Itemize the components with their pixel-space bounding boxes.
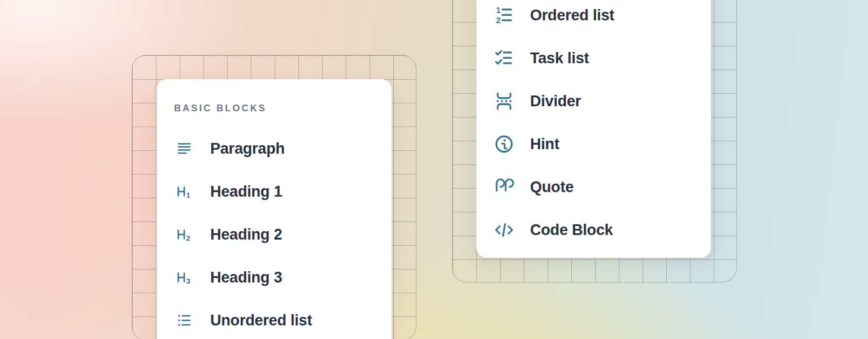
paragraph-icon (172, 140, 197, 158)
svg-text:1: 1 (496, 6, 501, 15)
menu-item-task-list[interactable]: Task list (476, 37, 711, 80)
blocks-menu-panel-continued: 12 Ordered list Task list Divider Hint Q… (476, 0, 711, 258)
menu-item-hint[interactable]: Hint (476, 123, 711, 166)
menu-item-heading-3[interactable]: 3 Heading 3 (157, 256, 392, 299)
svg-text:2: 2 (496, 16, 501, 25)
task-list-icon (492, 47, 517, 69)
svg-text:2: 2 (186, 234, 190, 242)
basic-blocks-menu-panel: BASIC BLOCKS Paragraph 1 Heading 1 2 Hea… (157, 79, 392, 339)
menu-item-code-block[interactable]: Code Block (476, 208, 711, 251)
menu-item-heading-1[interactable]: 1 Heading 1 (157, 170, 392, 213)
blocks-menu-list: 12 Ordered list Task list Divider Hint Q… (476, 0, 711, 251)
heading-3-icon: 3 (172, 268, 197, 286)
code-block-icon (492, 219, 517, 241)
heading-2-icon: 2 (172, 225, 197, 244)
ordered-list-icon: 12 (492, 5, 517, 26)
unordered-list-icon (172, 311, 197, 329)
menu-item-divider[interactable]: Divider (476, 80, 711, 123)
heading-1-icon: 1 (172, 182, 197, 201)
basic-blocks-menu-list: Paragraph 1 Heading 1 2 Heading 2 3 Head… (157, 127, 392, 339)
hint-icon (492, 133, 517, 155)
menu-item-unordered-list[interactable]: Unordered list (157, 299, 392, 339)
stage: BASIC BLOCKS Paragraph 1 Heading 1 2 Hea… (0, 0, 868, 339)
menu-item-quote[interactable]: Quote (476, 166, 711, 208)
quote-icon (492, 176, 517, 198)
section-label: BASIC BLOCKS (174, 102, 392, 114)
svg-text:1: 1 (186, 191, 190, 199)
menu-item-paragraph[interactable]: Paragraph (157, 127, 392, 170)
menu-item-heading-2[interactable]: 2 Heading 2 (157, 213, 392, 256)
divider-icon (492, 90, 517, 112)
menu-item-ordered-list[interactable]: 12 Ordered list (476, 0, 711, 37)
svg-text:3: 3 (186, 277, 190, 285)
